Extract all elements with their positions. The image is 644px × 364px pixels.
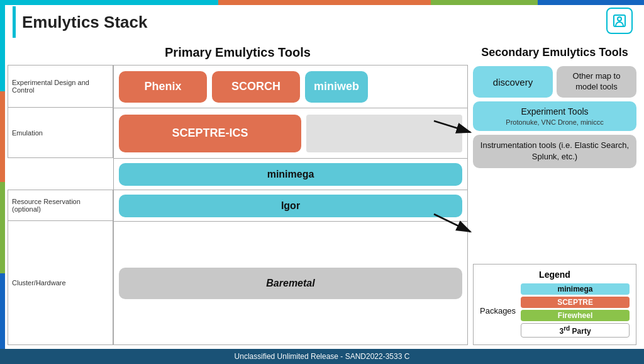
row-minimega: minimega — [114, 159, 467, 190]
igor-box: Igor — [119, 195, 462, 217]
other-map-box: Other map to model tools — [557, 66, 636, 98]
minimega-box: minimega — [119, 163, 462, 186]
discovery-box: discovery — [473, 66, 553, 98]
title-accent-bar — [13, 6, 16, 38]
row-baremetal: Baremetal — [114, 222, 467, 344]
page-title: Emulytics Stack — [22, 13, 147, 32]
row-emulation: SCEPTRE-ICS — [114, 108, 467, 159]
svg-point-1 — [618, 17, 621, 21]
sceptre-ics-box: SCEPTRE-ICS — [119, 115, 301, 152]
legend-item-3rdparty: 3rd Party — [521, 323, 630, 338]
left-color-bar — [0, 0, 5, 364]
experiment-tools-sub: Protonuke, VNC Drone, miniccc — [479, 118, 630, 126]
baremetal-box: Baremetal — [119, 268, 462, 299]
row-igor: Igor — [114, 190, 467, 222]
experiment-tools-title: Experiment Tools — [479, 106, 630, 117]
legend-packages-label: Packages — [480, 306, 516, 316]
legend-packages-row: Packages minimega SCEPTRE Firewheel 3rd … — [480, 283, 630, 338]
legend-title: Legend — [480, 270, 630, 280]
row-experimental: Phenix SCORCH miniweb — [114, 65, 467, 108]
legend-box: Legend Packages minimega SCEPTRE Firewhe… — [473, 264, 636, 345]
label-emulation: Emulation — [8, 108, 113, 158]
title-area: Emulytics Stack — [13, 6, 147, 38]
phenix-box: Phenix — [119, 71, 207, 103]
label-cluster: Cluster/Hardware — [8, 221, 113, 345]
label-experimental: Experimental Design and Control — [8, 65, 113, 108]
scorch-box: SCORCH — [212, 71, 300, 103]
legend-item-firewheel: Firewheel — [521, 310, 630, 321]
experiment-tools-box: Experiment Tools Protonuke, VNC Drone, m… — [473, 101, 636, 131]
instrumentation-box: Instrumentation tools (i.e. Elastic Sear… — [473, 135, 636, 168]
legend-item-minimega: minimega — [521, 283, 630, 295]
miniweb-box: miniweb — [305, 71, 368, 103]
secondary-title: Secondary Emulytics Tools — [473, 45, 636, 60]
label-resource: Resource Reservation (optional) — [8, 190, 113, 221]
top-color-bar — [5, 0, 644, 5]
secondary-row-1: discovery Other map to model tools — [473, 66, 636, 98]
legend-item-sceptre: SCEPTRE — [521, 297, 630, 308]
logo-icon — [606, 8, 633, 34]
legend-items: minimega SCEPTRE Firewheel 3rd Party — [521, 283, 630, 338]
footer: Unclassified Unlimited Release - SAND202… — [0, 349, 644, 364]
primary-title: Primary Emulytics Tools — [8, 45, 468, 60]
